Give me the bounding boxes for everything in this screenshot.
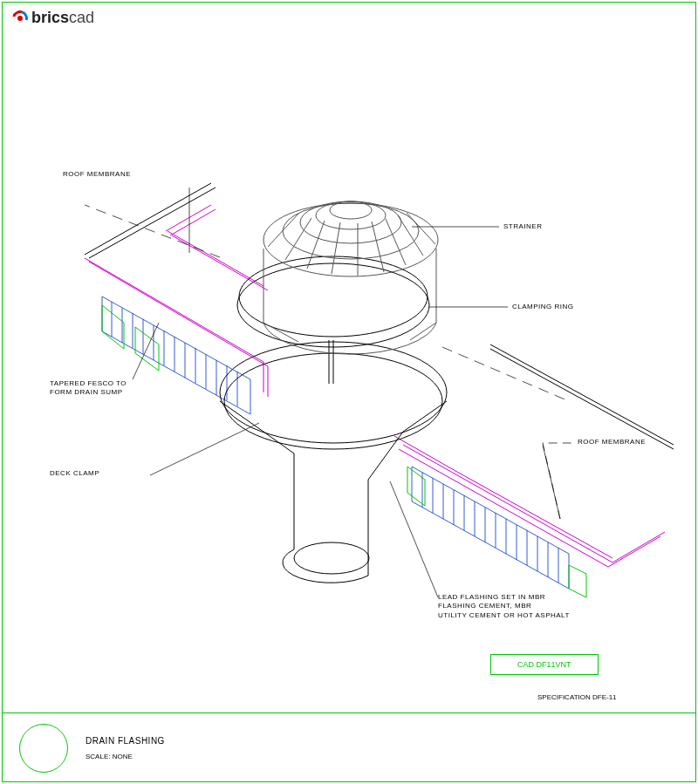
svg-point-36 <box>300 201 401 243</box>
bricscad-logo-text: bricscad <box>31 9 94 27</box>
svg-line-55 <box>442 347 569 401</box>
svg-point-34 <box>263 203 438 276</box>
svg-point-37 <box>316 201 386 229</box>
drawing-title: DRAIN FLASHING <box>86 736 165 746</box>
svg-line-44 <box>372 222 384 272</box>
svg-point-38 <box>330 201 372 219</box>
bricscad-logo-icon <box>12 10 28 26</box>
callout-tapered-fesco: TAPERED FESCO TO FORM DRAIN SUMP <box>50 379 127 398</box>
svg-line-53 <box>150 423 259 475</box>
drawing-scale: SCALE: NONE <box>86 753 165 760</box>
brand-suffix: cad <box>69 9 94 26</box>
svg-line-45 <box>386 219 406 265</box>
spec-label: SPECIFICATION DFE-11 <box>537 693 617 701</box>
svg-line-42 <box>332 222 340 274</box>
callout-strainer: STRAINER <box>503 222 542 231</box>
brand-prefix: brics <box>31 9 69 26</box>
svg-line-41 <box>307 221 325 269</box>
svg-line-47 <box>407 213 435 244</box>
file-label-box: CAD DF11VNT <box>490 654 599 675</box>
svg-line-51 <box>543 445 560 519</box>
drawing-canvas: ROOF MEMBRANE STRAINER CLAMPING RING ROO… <box>2 35 696 706</box>
drain-flashing-drawing <box>2 35 696 706</box>
callout-clamping-ring: CLAMPING RING <box>512 303 574 311</box>
callout-lead-flashing: LEAD FLASHING SET IN MBR FLASHING CEMENT… <box>438 593 570 620</box>
title-circle-icon <box>19 724 68 773</box>
file-label-text: CAD DF11VNT <box>517 660 571 669</box>
callout-roof-membrane-left: ROOF MEMBRANE <box>63 170 131 179</box>
svg-line-54 <box>390 481 438 597</box>
svg-line-40 <box>285 218 311 260</box>
callout-roof-membrane-right: ROOF MEMBRANE <box>578 438 646 447</box>
svg-point-27 <box>294 542 369 574</box>
callout-deck-clamp: DECK CLAMP <box>50 469 99 478</box>
title-block: DRAIN FLASHING SCALE: NONE <box>2 712 696 782</box>
svg-line-39 <box>268 214 298 247</box>
bricscad-logo: bricscad <box>12 9 94 27</box>
